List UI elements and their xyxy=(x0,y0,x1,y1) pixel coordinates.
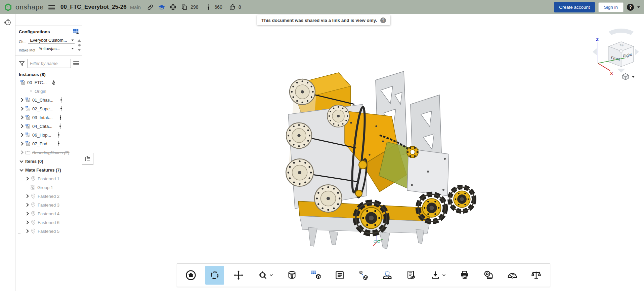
document-title: 00_FTC_Everybot_25-26 xyxy=(60,4,127,10)
mate-features-group: Fastened 1 Group 1 Fastened 2 Fastened 3… xyxy=(15,174,82,235)
tree-collapse-handle[interactable] xyxy=(82,153,93,165)
create-account-button[interactable]: Create account xyxy=(554,2,595,12)
viewcube-x-label: X xyxy=(610,71,613,76)
assembly-linked-icon xyxy=(25,132,31,138)
mate-fastened-icon xyxy=(31,228,36,234)
view-home-button[interactable] xyxy=(181,266,200,285)
chevron-right-icon[interactable] xyxy=(19,142,23,145)
zoom-button[interactable] xyxy=(253,266,278,285)
tree-row-instance[interactable]: 02_Supe... xyxy=(15,104,82,113)
tree-row-instance[interactable]: 01_Chas... xyxy=(15,96,82,104)
bom-table-button[interactable] xyxy=(330,266,349,285)
notice-text: This document was shared via a link and … xyxy=(261,18,377,23)
suppress-dots-icon[interactable] xyxy=(56,141,61,146)
config-select-chassis[interactable]: Everybot Custom... xyxy=(28,38,75,44)
view-cube[interactable]: Top Front Right Z X xyxy=(589,26,643,77)
named-positions-button[interactable] xyxy=(378,266,397,285)
chevron-right-icon[interactable] xyxy=(19,150,23,154)
tree-row-instance[interactable]: 03_Intak... xyxy=(15,113,82,122)
assembly-icon xyxy=(25,115,31,120)
configurations-button[interactable] xyxy=(306,266,325,285)
config-select-intake[interactable]: Yellowjac... xyxy=(37,46,75,52)
chevron-right-icon[interactable] xyxy=(19,98,23,102)
chevron-right-icon[interactable] xyxy=(25,229,29,233)
hamburger-menu-icon[interactable] xyxy=(48,5,55,9)
tree-row-mate[interactable]: Group 1 xyxy=(15,183,82,192)
section-view-button[interactable] xyxy=(283,266,301,285)
configuration-table-icon[interactable] xyxy=(73,29,79,35)
chevron-right-icon[interactable] xyxy=(25,220,29,224)
origin-icon xyxy=(29,89,33,93)
config-scroll-spinner[interactable] xyxy=(78,39,81,51)
pan-button[interactable] xyxy=(229,266,248,285)
scroll-down-icon[interactable] xyxy=(78,49,81,51)
orbit-button[interactable] xyxy=(205,266,224,285)
help-caret-icon[interactable] xyxy=(637,6,640,8)
chevron-right-icon[interactable] xyxy=(25,194,29,198)
tree-row-mate[interactable]: Fastened 6 xyxy=(15,218,82,227)
chevron-right-icon[interactable] xyxy=(19,107,23,110)
chevron-right-icon[interactable] xyxy=(19,133,23,137)
notice-help-icon[interactable]: ? xyxy=(380,17,386,23)
suppress-dots-icon[interactable] xyxy=(56,132,61,138)
explode-button[interactable] xyxy=(354,266,373,285)
copies-icon[interactable] xyxy=(180,3,188,11)
tree-row-instance[interactable]: 07_End... xyxy=(15,139,82,148)
view-mode-caret-icon[interactable] xyxy=(632,76,635,78)
suppress-dots-icon[interactable] xyxy=(58,115,63,120)
chevron-right-icon[interactable] xyxy=(25,203,29,207)
public-globe-icon[interactable] xyxy=(169,3,177,11)
chevron-down-icon[interactable] xyxy=(19,168,23,171)
chevron-right-icon[interactable] xyxy=(25,177,29,180)
share-link-icon[interactable] xyxy=(146,3,154,11)
tree-row-mate[interactable]: Fastened 1 xyxy=(15,174,82,183)
tree-row-boundingboxes[interactable]: BoundingBoxes (2) xyxy=(15,148,82,157)
download-button[interactable] xyxy=(425,266,450,285)
tree-guide-tick xyxy=(18,233,20,234)
download-caret-icon xyxy=(442,274,446,277)
scroll-up-icon[interactable] xyxy=(78,39,81,42)
tree-row-mate[interactable]: Fastened 5 xyxy=(15,227,82,235)
chevron-right-icon[interactable] xyxy=(19,124,23,128)
tree-row-items[interactable]: Items (0) xyxy=(15,157,82,166)
follow-branch-icon[interactable] xyxy=(205,3,213,11)
assembly-icon xyxy=(25,97,31,103)
assembly-linked-icon xyxy=(25,106,31,111)
print-button[interactable] xyxy=(455,266,474,285)
chevron-right-icon[interactable] xyxy=(19,115,23,119)
filter-input[interactable] xyxy=(27,59,71,68)
measure-button[interactable] xyxy=(479,266,498,285)
fixed-pin-icon[interactable] xyxy=(51,80,56,85)
help-icon[interactable]: ? xyxy=(627,4,634,11)
sign-in-button[interactable]: Sign in xyxy=(598,2,624,12)
mass-properties-button[interactable] xyxy=(527,266,546,285)
tree-row-mate[interactable]: Fastened 4 xyxy=(15,209,82,218)
tree-row-origin[interactable]: Origin xyxy=(15,87,82,96)
display-states-button[interactable] xyxy=(402,266,421,285)
tree-row-mate[interactable]: Fastened 3 xyxy=(15,201,82,209)
chevron-right-icon[interactable] xyxy=(25,212,29,215)
instances-header: Instances (8) xyxy=(15,70,82,78)
suppress-dots-icon[interactable] xyxy=(58,97,64,103)
likes-count: 8 xyxy=(239,4,241,10)
like-icon[interactable] xyxy=(228,3,237,11)
scroll-thumb[interactable] xyxy=(78,44,81,46)
mate-fastened-icon xyxy=(31,193,36,199)
tree-row-root[interactable]: 00_FTC... xyxy=(15,78,82,87)
history-icon[interactable] xyxy=(4,18,12,291)
list-view-icon[interactable] xyxy=(73,61,79,66)
chevron-down-icon[interactable] xyxy=(19,159,23,162)
tree-row-instance[interactable]: 06_Hop... xyxy=(15,131,82,139)
robot-model[interactable] xyxy=(279,64,501,259)
onshape-logo-icon[interactable] xyxy=(4,3,12,11)
tree-row-mate-features[interactable]: Mate Features (7) xyxy=(15,166,82,174)
tree-row-mate[interactable]: Fastened 2 xyxy=(15,192,82,201)
branch-name[interactable]: Main xyxy=(130,4,141,10)
education-cap-icon[interactable] xyxy=(158,3,166,11)
suppress-dots-icon[interactable] xyxy=(58,106,64,111)
view-mode-cube-button[interactable] xyxy=(621,73,635,81)
tree-row-instance[interactable]: 04_Cata... xyxy=(15,122,82,131)
suppress-dots-icon[interactable] xyxy=(57,123,63,129)
filter-funnel-icon[interactable] xyxy=(19,61,25,67)
angle-measure-button[interactable] xyxy=(503,266,522,285)
